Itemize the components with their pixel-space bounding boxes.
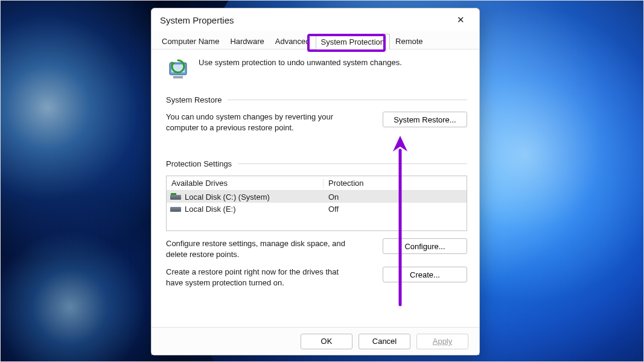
- tab-system-protection[interactable]: System Protection: [316, 34, 391, 49]
- tab-remote[interactable]: Remote: [390, 33, 429, 49]
- intro-row: Use system protection to undo unwanted s…: [166, 57, 467, 81]
- svg-rect-2: [173, 76, 183, 78]
- tab-bar: Computer Name Hardware Advanced System P…: [151, 31, 479, 49]
- table-header: Available Drives Protection: [167, 176, 467, 191]
- tab-computer-name[interactable]: Computer Name: [156, 33, 225, 49]
- dialog-footer: OK Cancel Apply: [151, 327, 479, 355]
- apply-button-label: Apply: [433, 337, 453, 346]
- section-system-restore: System Restore: [166, 95, 467, 104]
- tab-advanced[interactable]: Advanced: [270, 33, 316, 49]
- configure-button-label: Configure...: [404, 242, 445, 251]
- create-button-label: Create...: [410, 270, 440, 279]
- section-protection-settings: Protection Settings: [166, 159, 467, 168]
- system-properties-dialog: System Properties Computer Name Hardware…: [151, 8, 480, 355]
- section-label-restore: System Restore: [166, 95, 222, 104]
- drives-table[interactable]: Available Drives Protection Local Disk (…: [166, 176, 467, 231]
- drive-icon: [170, 205, 181, 212]
- close-button[interactable]: [448, 11, 473, 29]
- table-row[interactable]: Local Disk (C:) (System) On: [167, 191, 467, 203]
- configure-row: Configure restore settings, manage disk …: [166, 238, 467, 259]
- create-row: Create a restore point right now for the…: [166, 267, 467, 288]
- drive-icon: [170, 193, 181, 200]
- tab-panel: Use system protection to undo unwanted s…: [151, 49, 479, 327]
- section-label-protection: Protection Settings: [166, 159, 232, 168]
- create-button[interactable]: Create...: [383, 267, 467, 282]
- drive-status: Off: [324, 205, 467, 214]
- system-restore-button[interactable]: System Restore...: [383, 112, 467, 127]
- close-icon: [457, 14, 465, 25]
- divider: [228, 100, 467, 100]
- cancel-button[interactable]: Cancel: [359, 334, 410, 349]
- configure-description: Configure restore settings, manage disk …: [166, 238, 348, 259]
- apply-button: Apply: [416, 334, 468, 349]
- titlebar: System Properties: [151, 8, 479, 31]
- window-title: System Properties: [160, 15, 448, 25]
- drive-status: On: [324, 192, 467, 202]
- create-description: Create a restore point right now for the…: [166, 267, 348, 288]
- divider: [238, 164, 467, 164]
- table-row[interactable]: Local Disk (E:) Off: [167, 203, 467, 215]
- system-restore-description: You can undo system changes by reverting…: [166, 112, 348, 133]
- col-protection[interactable]: Protection: [324, 179, 467, 188]
- drive-name: Local Disk (C:) (System): [185, 192, 270, 202]
- configure-button[interactable]: Configure...: [383, 238, 467, 254]
- system-restore-icon: [166, 57, 190, 81]
- system-restore-row: You can undo system changes by reverting…: [166, 112, 467, 133]
- col-available-drives[interactable]: Available Drives: [167, 179, 324, 188]
- ok-button[interactable]: OK: [301, 334, 352, 349]
- intro-text: Use system protection to undo unwanted s…: [199, 57, 402, 68]
- tab-hardware[interactable]: Hardware: [225, 33, 269, 49]
- drive-name: Local Disk (E:): [185, 205, 236, 214]
- system-restore-button-label: System Restore...: [394, 115, 456, 124]
